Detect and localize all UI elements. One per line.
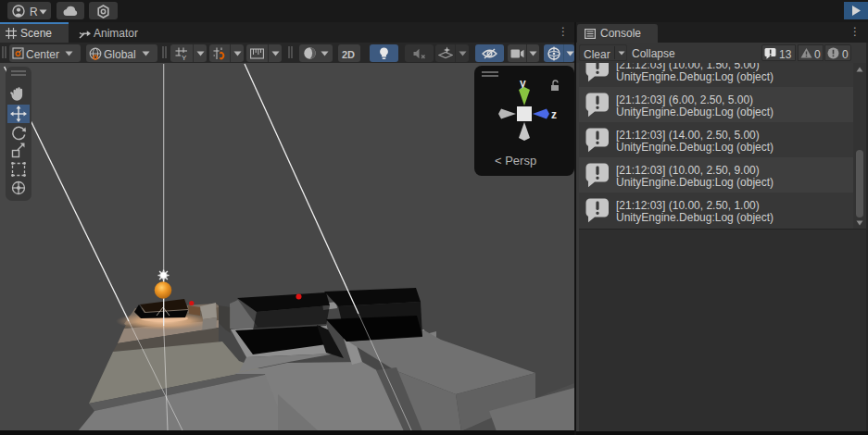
svg-text:< Persp: < Persp: [495, 154, 536, 168]
svg-text:z: z: [551, 108, 557, 121]
svg-text:Y: Y: [182, 54, 187, 61]
